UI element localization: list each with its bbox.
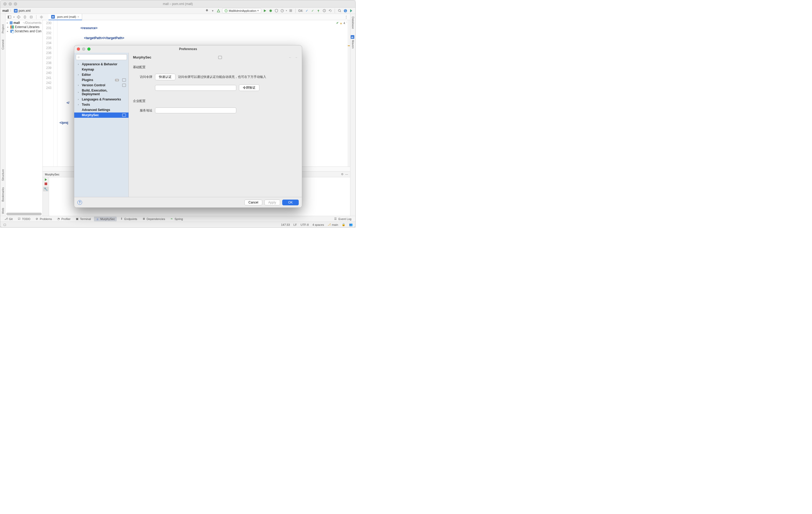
lock-icon[interactable]: 🔒 bbox=[342, 223, 345, 226]
editor-tab[interactable]: m pom.xml (mall) × bbox=[49, 14, 82, 20]
ok-button[interactable]: OK bbox=[282, 200, 299, 205]
collapse-all-icon[interactable] bbox=[29, 15, 34, 20]
todo-icon: ☑ bbox=[17, 217, 21, 221]
zoom-dot[interactable] bbox=[14, 2, 17, 5]
cat-langs[interactable]: ›Languages & Frameworks bbox=[74, 97, 128, 102]
tree-external-libs[interactable]: ▸External Libraries bbox=[5, 25, 42, 29]
svg-rect-3 bbox=[289, 9, 292, 12]
git-update-icon[interactable]: ✓ bbox=[305, 9, 309, 13]
rail-maven[interactable]: mMaven bbox=[351, 35, 355, 49]
git-history-icon[interactable] bbox=[322, 9, 326, 13]
project-view-caret-icon[interactable]: ▾ bbox=[13, 16, 15, 18]
search-input[interactable] bbox=[76, 54, 127, 60]
locate-icon[interactable] bbox=[16, 15, 21, 20]
coverage-icon[interactable] bbox=[274, 9, 279, 13]
tool-settings-icon[interactable]: ⚙ bbox=[341, 173, 344, 176]
stop-scan-icon[interactable] bbox=[45, 182, 47, 185]
help-icon[interactable]: ? bbox=[77, 200, 82, 205]
rail-structure[interactable]: Structure bbox=[1, 169, 4, 181]
minimize-dot[interactable] bbox=[9, 2, 12, 5]
breadcrumb-file[interactable]: pom.xml bbox=[19, 9, 30, 12]
quick-auth-button[interactable]: 快速认证 bbox=[155, 74, 175, 80]
maven-file-icon: m bbox=[14, 9, 18, 12]
editor-more-icon[interactable]: ⋮ bbox=[344, 15, 349, 20]
tab-profiler[interactable]: ◔Profiler bbox=[55, 217, 72, 221]
tab-event-log[interactable]: ☰Event Log bbox=[332, 217, 353, 221]
git-rollback-icon[interactable] bbox=[328, 9, 332, 13]
nav-back-icon[interactable]: ← bbox=[289, 56, 292, 59]
token-input[interactable] bbox=[155, 85, 236, 91]
line-ending[interactable]: LF bbox=[293, 223, 297, 226]
server-input[interactable] bbox=[155, 108, 236, 113]
tab-endpoints[interactable]: ⥉Endpoints bbox=[118, 217, 139, 221]
tab-spring[interactable]: ❧Spring bbox=[168, 217, 185, 221]
tab-problems[interactable]: ⊘Problems bbox=[33, 217, 54, 221]
git-label: Git: bbox=[298, 9, 303, 12]
run-icon[interactable] bbox=[263, 9, 267, 13]
dropdown-caret-icon[interactable]: ▾ bbox=[211, 9, 215, 13]
preferences-search[interactable] bbox=[76, 54, 127, 60]
rail-project[interactable]: Project bbox=[1, 24, 4, 33]
cat-editor[interactable]: ›Editor bbox=[74, 72, 128, 77]
rail-bookmarks[interactable]: Bookmarks bbox=[1, 187, 4, 202]
search-everywhere-icon[interactable] bbox=[338, 9, 342, 13]
git-branch[interactable]: ⎇main bbox=[327, 223, 338, 226]
cat-murphysec[interactable]: MurphySec bbox=[74, 113, 128, 118]
dialog-close-dot[interactable] bbox=[77, 48, 80, 51]
settings-gear-icon[interactable] bbox=[39, 15, 44, 20]
cat-tools[interactable]: ›Tools bbox=[74, 102, 128, 107]
rail-database[interactable]: Database bbox=[351, 17, 355, 29]
expand-all-icon[interactable] bbox=[23, 15, 27, 20]
close-tab-icon[interactable]: × bbox=[77, 15, 79, 18]
cat-appearance[interactable]: ›Appearance & Behavior bbox=[74, 62, 128, 67]
add-config-icon[interactable] bbox=[205, 9, 209, 13]
tab-dependencies[interactable]: ≣Dependencies bbox=[140, 217, 167, 221]
line-gutter: 230231232 233234235 236237238 239240241 … bbox=[43, 20, 54, 167]
cancel-button[interactable]: Cancel bbox=[244, 200, 262, 205]
stop-icon[interactable] bbox=[289, 9, 293, 13]
run-scan-icon[interactable] bbox=[45, 178, 47, 181]
verify-button[interactable]: 令牌验证 bbox=[239, 84, 259, 91]
sync-icon[interactable] bbox=[343, 9, 348, 13]
build-icon[interactable] bbox=[216, 9, 221, 13]
project-tree[interactable]: ▸mall ~/Documents ▸External Libraries ▸S… bbox=[5, 20, 43, 216]
tree-root[interactable]: ▸mall ~/Documents bbox=[5, 21, 42, 25]
dialog-zoom-dot[interactable] bbox=[87, 48, 90, 51]
cat-keymap[interactable]: Keymap bbox=[74, 67, 128, 72]
rail-web[interactable]: Web bbox=[1, 208, 4, 214]
run-config-label: MallAdminApplication bbox=[229, 9, 256, 12]
git-push-icon[interactable] bbox=[316, 9, 320, 13]
tab-git[interactable]: ⎇Git bbox=[2, 217, 14, 221]
tool-hide-icon[interactable]: — bbox=[345, 173, 348, 176]
cat-build[interactable]: ›Build, Execution, Deployment bbox=[74, 88, 128, 97]
close-dot[interactable] bbox=[3, 2, 6, 5]
dialog-min-dot[interactable] bbox=[82, 48, 85, 51]
folder-icon bbox=[10, 21, 12, 24]
caret-position[interactable]: 147:33 bbox=[281, 223, 290, 226]
cat-vcs[interactable]: ›Version Control bbox=[74, 83, 128, 88]
tool-config-icon[interactable]: 🔧 bbox=[43, 187, 49, 192]
people-icon[interactable]: 👥 bbox=[349, 223, 353, 226]
rail-commit[interactable]: Commit bbox=[1, 39, 4, 50]
git-commit-icon[interactable]: ✓ bbox=[311, 9, 315, 13]
run-config-selector[interactable]: MallAdminApplication ▾ bbox=[222, 8, 261, 13]
indent[interactable]: 4 spaces bbox=[312, 223, 324, 226]
nav-fwd-icon[interactable]: → bbox=[294, 56, 298, 59]
tab-murphysec[interactable]: ⩍MurphySec bbox=[94, 217, 117, 221]
project-view-icon[interactable] bbox=[7, 15, 12, 20]
debug-icon[interactable] bbox=[268, 9, 273, 13]
tree-scratches[interactable]: ▸Scratches and Con bbox=[5, 29, 42, 33]
breadcrumb-project[interactable]: mall bbox=[2, 9, 9, 12]
profile-icon[interactable] bbox=[280, 9, 284, 13]
ide-plugin-icon[interactable] bbox=[349, 9, 353, 13]
tab-terminal[interactable]: ▣Terminal bbox=[74, 217, 93, 221]
more-run-icon[interactable]: ▾ bbox=[286, 9, 287, 12]
inspection-widget[interactable]: ✔ ▲4 ˆˇ bbox=[336, 21, 349, 25]
tab-todo[interactable]: ☑TODO bbox=[16, 217, 32, 221]
apply-button[interactable]: Apply bbox=[264, 200, 280, 205]
error-stripe[interactable] bbox=[348, 20, 350, 167]
encoding[interactable]: UTF-8 bbox=[300, 223, 309, 226]
cat-advanced[interactable]: Advanced Settings bbox=[74, 107, 128, 113]
status-toggle-icon[interactable]: ▢ bbox=[3, 223, 6, 227]
cat-plugins[interactable]: Plugins1 bbox=[74, 77, 128, 83]
